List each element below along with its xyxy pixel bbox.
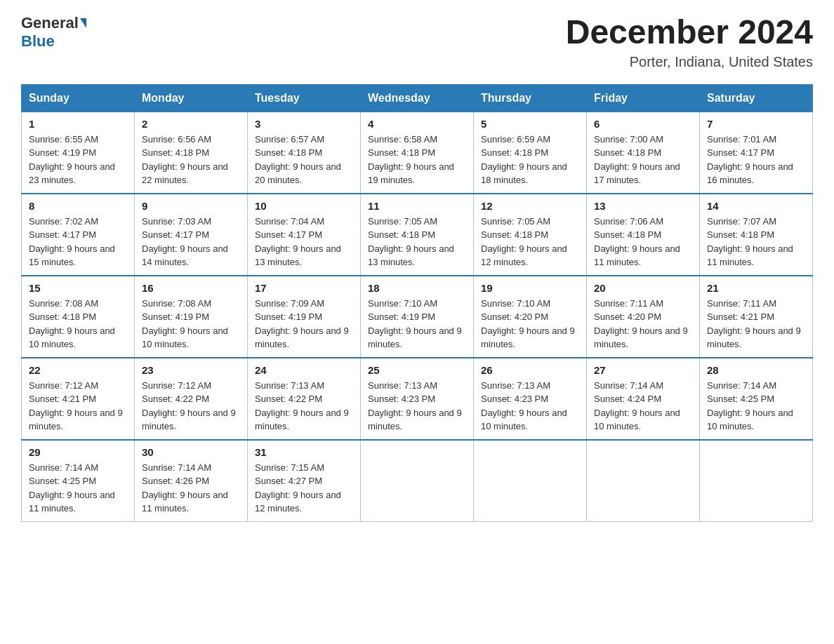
table-row: 14Sunrise: 7:07 AMSunset: 4:18 PMDayligh… [700,194,813,276]
month-title: December 2024 [566,14,813,51]
day-info: Sunrise: 6:55 AMSunset: 4:19 PMDaylight:… [29,133,127,187]
table-row: 8Sunrise: 7:02 AMSunset: 4:17 PMDaylight… [22,194,135,276]
table-row: 19Sunrise: 7:10 AMSunset: 4:20 PMDayligh… [474,276,587,358]
calendar-week-row: 22Sunrise: 7:12 AMSunset: 4:21 PMDayligh… [22,358,813,440]
day-number: 8 [29,200,127,212]
day-number: 9 [142,200,240,212]
day-info: Sunrise: 7:07 AMSunset: 4:18 PMDaylight:… [707,215,805,269]
day-info: Sunrise: 7:00 AMSunset: 4:18 PMDaylight:… [594,133,692,187]
day-info: Sunrise: 7:08 AMSunset: 4:19 PMDaylight:… [142,297,240,351]
day-info: Sunrise: 7:14 AMSunset: 4:25 PMDaylight:… [707,379,805,434]
logo-blue-text: Blue [21,32,55,51]
day-number: 30 [142,446,240,458]
day-info: Sunrise: 7:02 AMSunset: 4:17 PMDaylight:… [29,215,127,269]
day-info: Sunrise: 6:56 AMSunset: 4:18 PMDaylight:… [142,133,240,187]
day-info: Sunrise: 7:01 AMSunset: 4:17 PMDaylight:… [707,133,805,187]
table-row: 11Sunrise: 7:05 AMSunset: 4:18 PMDayligh… [361,194,474,276]
day-number: 21 [707,282,805,294]
table-row [700,440,813,522]
calendar-table: SundayMondayTuesdayWednesdayThursdayFrid… [21,84,813,522]
table-row: 10Sunrise: 7:04 AMSunset: 4:17 PMDayligh… [248,194,361,276]
day-info: Sunrise: 7:14 AMSunset: 4:24 PMDaylight:… [594,379,692,434]
day-number: 20 [594,282,692,294]
col-header-friday: Friday [587,84,700,112]
calendar-week-row: 15Sunrise: 7:08 AMSunset: 4:18 PMDayligh… [22,276,813,358]
day-number: 24 [255,364,353,376]
table-row: 3Sunrise: 6:57 AMSunset: 4:18 PMDaylight… [248,112,361,194]
day-info: Sunrise: 7:06 AMSunset: 4:18 PMDaylight:… [594,215,692,269]
day-number: 23 [142,364,240,376]
col-header-monday: Monday [135,84,248,112]
table-row: 7Sunrise: 7:01 AMSunset: 4:17 PMDaylight… [700,112,813,194]
day-info: Sunrise: 7:14 AMSunset: 4:25 PMDaylight:… [29,461,127,516]
table-row: 21Sunrise: 7:11 AMSunset: 4:21 PMDayligh… [700,276,813,358]
day-info: Sunrise: 7:08 AMSunset: 4:18 PMDaylight:… [29,297,127,351]
table-row: 23Sunrise: 7:12 AMSunset: 4:22 PMDayligh… [135,358,248,440]
day-number: 12 [481,200,579,212]
day-info: Sunrise: 7:14 AMSunset: 4:26 PMDaylight:… [142,461,240,516]
table-row: 1Sunrise: 6:55 AMSunset: 4:19 PMDaylight… [22,112,135,194]
day-number: 19 [481,282,579,294]
day-info: Sunrise: 7:03 AMSunset: 4:17 PMDaylight:… [142,215,240,269]
calendar-week-row: 29Sunrise: 7:14 AMSunset: 4:25 PMDayligh… [22,440,813,522]
table-row: 12Sunrise: 7:05 AMSunset: 4:18 PMDayligh… [474,194,587,276]
calendar-header-row: SundayMondayTuesdayWednesdayThursdayFrid… [22,84,813,112]
day-number: 31 [255,446,353,458]
day-info: Sunrise: 7:05 AMSunset: 4:18 PMDaylight:… [481,215,579,269]
day-info: Sunrise: 7:12 AMSunset: 4:22 PMDaylight:… [142,379,240,434]
table-row: 22Sunrise: 7:12 AMSunset: 4:21 PMDayligh… [22,358,135,440]
table-row: 28Sunrise: 7:14 AMSunset: 4:25 PMDayligh… [700,358,813,440]
table-row: 27Sunrise: 7:14 AMSunset: 4:24 PMDayligh… [587,358,700,440]
day-number: 26 [481,364,579,376]
table-row: 4Sunrise: 6:58 AMSunset: 4:18 PMDaylight… [361,112,474,194]
table-row: 16Sunrise: 7:08 AMSunset: 4:19 PMDayligh… [135,276,248,358]
table-row: 5Sunrise: 6:59 AMSunset: 4:18 PMDaylight… [474,112,587,194]
day-info: Sunrise: 7:09 AMSunset: 4:19 PMDaylight:… [255,297,353,351]
day-info: Sunrise: 7:05 AMSunset: 4:18 PMDaylight:… [368,215,466,269]
day-number: 15 [29,282,127,294]
day-info: Sunrise: 7:10 AMSunset: 4:19 PMDaylight:… [368,297,466,351]
day-number: 7 [707,118,805,130]
logo-general-text: General [21,14,79,32]
day-number: 2 [142,118,240,130]
day-number: 11 [368,200,466,212]
title-block: December 2024 Porter, Indiana, United St… [566,14,813,70]
day-number: 17 [255,282,353,294]
day-number: 27 [594,364,692,376]
table-row: 26Sunrise: 7:13 AMSunset: 4:23 PMDayligh… [474,358,587,440]
col-header-sunday: Sunday [22,84,135,112]
table-row [474,440,587,522]
day-number: 13 [594,200,692,212]
table-row: 15Sunrise: 7:08 AMSunset: 4:18 PMDayligh… [22,276,135,358]
day-number: 3 [255,118,353,130]
col-header-tuesday: Tuesday [248,84,361,112]
day-number: 25 [368,364,466,376]
day-number: 1 [29,118,127,130]
calendar-week-row: 8Sunrise: 7:02 AMSunset: 4:17 PMDaylight… [22,194,813,276]
page-header: General Blue December 2024 Porter, India… [21,14,813,70]
day-info: Sunrise: 7:04 AMSunset: 4:17 PMDaylight:… [255,215,353,269]
table-row: 17Sunrise: 7:09 AMSunset: 4:19 PMDayligh… [248,276,361,358]
day-number: 29 [29,446,127,458]
day-number: 22 [29,364,127,376]
table-row: 30Sunrise: 7:14 AMSunset: 4:26 PMDayligh… [135,440,248,522]
table-row: 18Sunrise: 7:10 AMSunset: 4:19 PMDayligh… [361,276,474,358]
day-info: Sunrise: 6:58 AMSunset: 4:18 PMDaylight:… [368,133,466,187]
day-number: 4 [368,118,466,130]
table-row [361,440,474,522]
day-number: 14 [707,200,805,212]
table-row [587,440,700,522]
table-row: 9Sunrise: 7:03 AMSunset: 4:17 PMDaylight… [135,194,248,276]
table-row: 13Sunrise: 7:06 AMSunset: 4:18 PMDayligh… [587,194,700,276]
day-number: 18 [368,282,466,294]
col-header-saturday: Saturday [700,84,813,112]
day-info: Sunrise: 7:11 AMSunset: 4:21 PMDaylight:… [707,297,805,351]
col-header-thursday: Thursday [474,84,587,112]
table-row: 29Sunrise: 7:14 AMSunset: 4:25 PMDayligh… [22,440,135,522]
table-row: 6Sunrise: 7:00 AMSunset: 4:18 PMDaylight… [587,112,700,194]
logo-line1: General [21,14,86,32]
day-number: 5 [481,118,579,130]
day-number: 10 [255,200,353,212]
table-row: 25Sunrise: 7:13 AMSunset: 4:23 PMDayligh… [361,358,474,440]
day-number: 16 [142,282,240,294]
